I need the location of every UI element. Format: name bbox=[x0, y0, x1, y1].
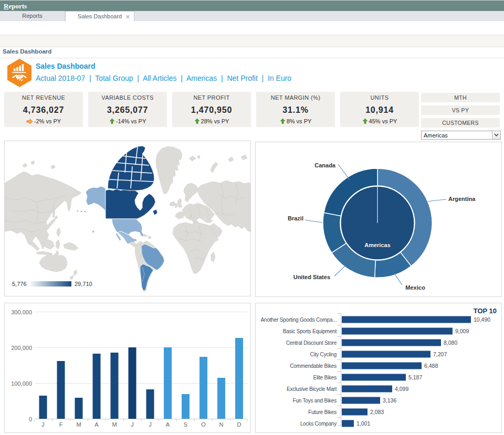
svg-text:N: N bbox=[219, 421, 224, 428]
svg-text:Exclusive Bicycle Mart: Exclusive Bicycle Mart bbox=[287, 386, 337, 392]
svg-text:100,000: 100,000 bbox=[11, 380, 32, 387]
svg-text:Mexico: Mexico bbox=[405, 284, 425, 291]
svg-text:29,710: 29,710 bbox=[75, 281, 92, 287]
svg-text:J: J bbox=[41, 421, 45, 428]
svg-text:Elite Bikes: Elite Bikes bbox=[313, 375, 337, 380]
svg-text:Canada: Canada bbox=[314, 162, 336, 168]
svg-text:City Cycling: City Cycling bbox=[310, 352, 337, 357]
svg-text:7,207: 7,207 bbox=[433, 351, 447, 357]
svg-text:M: M bbox=[76, 421, 81, 428]
svg-text:M: M bbox=[112, 421, 117, 428]
svg-text:S: S bbox=[184, 421, 187, 428]
svg-text:4,099: 4,099 bbox=[395, 386, 408, 392]
svg-text:5,187: 5,187 bbox=[408, 374, 422, 380]
svg-text:Americas: Americas bbox=[364, 242, 391, 248]
svg-text:J: J bbox=[131, 421, 134, 428]
svg-text:Central Discount Store: Central Discount Store bbox=[286, 340, 337, 346]
svg-text:3,136: 3,136 bbox=[383, 397, 396, 404]
svg-text:F: F bbox=[59, 421, 63, 428]
svg-text:A: A bbox=[166, 421, 170, 428]
svg-text:200,000: 200,000 bbox=[11, 345, 32, 351]
svg-text:9,009: 9,009 bbox=[455, 328, 469, 334]
svg-text:5,776: 5,776 bbox=[12, 281, 27, 287]
svg-text:United States: United States bbox=[293, 274, 330, 280]
svg-text:Commendable Bikes: Commendable Bikes bbox=[290, 363, 337, 369]
svg-text:2,083: 2,083 bbox=[370, 409, 384, 415]
svg-text:Basic Sports Equipment: Basic Sports Equipment bbox=[283, 328, 337, 334]
svg-text:Fun Toys and Bikes: Fun Toys and Bikes bbox=[293, 398, 337, 404]
svg-text:Locks Company: Locks Company bbox=[300, 421, 337, 427]
svg-text:TOP 10: TOP 10 bbox=[474, 307, 497, 315]
svg-text:D: D bbox=[237, 421, 242, 428]
svg-text:10,490: 10,490 bbox=[474, 316, 490, 323]
svg-text:A: A bbox=[94, 421, 99, 428]
svg-text:Future Bikes: Future Bikes bbox=[308, 409, 337, 415]
svg-text:6,488: 6,488 bbox=[424, 363, 438, 369]
svg-text:Another Sporting Goods Compa..: Another Sporting Goods Compa... bbox=[261, 317, 337, 323]
svg-text:300,000: 300,000 bbox=[11, 309, 32, 315]
svg-text:0: 0 bbox=[29, 416, 32, 422]
svg-text:J: J bbox=[149, 421, 152, 428]
svg-text:1,001: 1,001 bbox=[356, 420, 370, 427]
svg-text:Argentina: Argentina bbox=[448, 196, 476, 202]
svg-text:O: O bbox=[201, 421, 206, 428]
svg-text:8,080: 8,080 bbox=[444, 339, 457, 346]
svg-text:Brazil: Brazil bbox=[288, 215, 303, 221]
